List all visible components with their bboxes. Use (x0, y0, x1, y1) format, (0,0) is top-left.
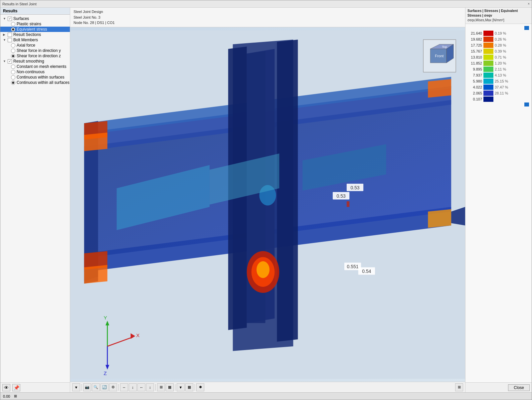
legend-color-11 (483, 97, 493, 102)
window-close-icon[interactable]: × (528, 2, 530, 6)
expand-surfaces-icon: ▼ (3, 17, 7, 20)
close-button[interactable]: Close (508, 384, 530, 391)
pin-button[interactable]: 📌 (12, 384, 20, 391)
radio-continuous-surfaces[interactable] (11, 75, 15, 80)
legend-row-1: 19.682 0.26 % (468, 37, 529, 42)
radio-plastic-strains[interactable] (11, 22, 15, 26)
legend-val-9: 4.022 (468, 85, 482, 89)
radio-equivalent-stress[interactable] (11, 27, 15, 32)
svg-point-15 (257, 261, 269, 278)
right-panel: Surfaces | Stresses | Equivalent Stresse… (465, 8, 532, 392)
separator-1 (82, 384, 82, 391)
tree-item-continuous-surfaces[interactable]: Continuous within surfaces (0, 75, 70, 80)
legend-row-8: 5.980 25.15 % (468, 79, 529, 84)
status-value: 0.00 (3, 394, 10, 398)
main-window: Results in Steel Joint × Results ▼ Surfa… (0, 0, 532, 400)
legend-row-11: 0.107 (468, 97, 529, 102)
svg-text:0.54: 0.54 (362, 269, 371, 274)
svg-marker-12 (277, 40, 298, 342)
info-btn[interactable]: ⊞ (455, 383, 463, 391)
status-value-item: 0.00 (3, 394, 10, 398)
legend-color-1 (483, 37, 493, 42)
label-continuous-all: Continuous within all surfaces (17, 80, 70, 85)
window-title: Results in Steel Joint (2, 2, 37, 6)
legend-pct-9: 37.47 % (495, 85, 508, 89)
view-dropdown-btn[interactable]: ▼ (72, 383, 80, 391)
center-toolbar: ▼ 📷 🔍 🔄 ⚙ ↔ ↕ ↔ ↕ ⊞ ▦ ▼ ▦ ✱ ⊞ (70, 382, 465, 392)
more-btn[interactable]: ▼ (177, 383, 185, 391)
tree-item-surfaces[interactable]: ▼ Surfaces (0, 16, 70, 21)
screenshot-btn[interactable]: 📷 (83, 383, 91, 391)
radio-continuous-all[interactable] (11, 81, 15, 85)
checkbox-bolt-members[interactable] (8, 38, 12, 42)
label-bolt-members: Bolt Members (13, 38, 38, 42)
svg-marker-25 (428, 209, 451, 228)
center-panel: Steel Joint Design Steel Joint No. 3 Nod… (70, 8, 465, 392)
legend-pct-7: 4.13 % (495, 73, 506, 77)
display-btn[interactable]: ▦ (185, 383, 193, 391)
svg-text:0.53: 0.53 (337, 193, 346, 198)
radio-shear-dir-y[interactable] (11, 49, 15, 53)
move-x-btn[interactable]: ↔ (120, 383, 128, 391)
legend-pct-0: 0.19 % (495, 31, 506, 35)
svg-text:0.551: 0.551 (347, 264, 359, 269)
legend-pct-4: 0.71 % (495, 55, 506, 59)
eye-button[interactable]: 👁 (2, 384, 10, 391)
legend-container: 21.640 0.19 % 19.682 0.26 % 17.725 0.28 … (465, 24, 532, 382)
node-info: Node No. 28 | DS1 | CO1 (74, 20, 462, 26)
label-constant-mesh: Constant on mesh elements (17, 64, 66, 69)
action-btn[interactable]: ✱ (196, 383, 204, 391)
tree-item-axial-force[interactable]: Axial force (0, 43, 70, 48)
separator-4 (175, 384, 175, 391)
label-non-continuous: Non-continuous (17, 70, 45, 74)
tree-item-bolt-members[interactable]: ▼ Bolt Members (0, 37, 70, 43)
legend-bottom-indicator (524, 102, 529, 106)
checkbox-result-smoothing[interactable] (8, 59, 12, 64)
tree-item-shear-dir-y[interactable]: Shear force in direction y (0, 48, 70, 53)
legend-color-7 (483, 73, 493, 78)
center-header: Steel Joint Design Steel Joint No. 3 Nod… (70, 8, 465, 27)
tree-item-constant-mesh[interactable]: Constant on mesh elements (0, 64, 70, 69)
legend-pct-8: 25.15 % (495, 79, 508, 83)
checkbox-result-sections[interactable] (8, 33, 12, 37)
move-x2-btn[interactable]: ↔ (137, 383, 145, 391)
move-y-btn[interactable]: ↕ (129, 383, 137, 391)
mesh-btn[interactable]: ▦ (166, 383, 174, 391)
radio-shear-dir-z[interactable] (11, 54, 15, 58)
legend-pct-2: 0.28 % (495, 43, 506, 47)
tree-item-shear-dir-z[interactable]: Shear force in direction z (0, 53, 70, 59)
results-header: Results (0, 8, 70, 15)
svg-text:0.53: 0.53 (350, 185, 359, 190)
status-icon-item[interactable]: ⊞ (14, 394, 17, 398)
legend-color-2 (483, 43, 493, 48)
legend-val-4: 13.810 (468, 55, 482, 59)
tree-item-plastic-strains[interactable]: Plastic strains (0, 21, 70, 27)
tree-item-continuous-all[interactable]: Continuous within all surfaces (0, 80, 70, 85)
title-bar: Results in Steel Joint × (0, 0, 532, 8)
radio-axial-force[interactable] (11, 43, 15, 48)
tree-item-result-sections[interactable]: ▶ Result Sections (0, 32, 70, 37)
grid-btn[interactable]: ⊞ (157, 383, 165, 391)
settings-btn[interactable]: ⚙ (109, 383, 117, 391)
separator-2 (118, 384, 119, 391)
legend-val-10: 2.065 (468, 91, 482, 95)
legend-val-8: 5.980 (468, 79, 482, 83)
zoom-btn[interactable]: 🔍 (92, 383, 100, 391)
legend-color-4 (483, 55, 493, 60)
3d-visualization: 0.53 0.53 0.551 0.54 Y (70, 27, 465, 382)
radio-constant-mesh[interactable] (11, 65, 15, 69)
tree-item-result-smoothing[interactable]: ▼ Result smoothing (0, 59, 70, 64)
tree-item-equivalent-stress[interactable]: Equivalent stress (0, 27, 70, 32)
legend-val-1: 19.682 (468, 37, 482, 41)
move-y2-btn[interactable]: ↕ (146, 383, 154, 391)
rotate-btn[interactable]: 🔄 (100, 383, 108, 391)
radio-non-continuous[interactable] (11, 70, 15, 74)
legend-row-5: 11.852 1.20 % (468, 61, 529, 66)
label-continuous-surfaces: Continuous within surfaces (17, 75, 64, 80)
label-shear-dir-z: Shear force in direction z (17, 54, 61, 58)
label-shear-dir-y: Shear force in direction y (17, 48, 61, 53)
viewport[interactable]: 0.53 0.53 0.551 0.54 Y (70, 27, 465, 382)
legend-val-7: 7.937 (468, 73, 482, 77)
checkbox-surfaces[interactable] (8, 17, 12, 21)
tree-item-non-continuous[interactable]: Non-continuous (0, 69, 70, 75)
